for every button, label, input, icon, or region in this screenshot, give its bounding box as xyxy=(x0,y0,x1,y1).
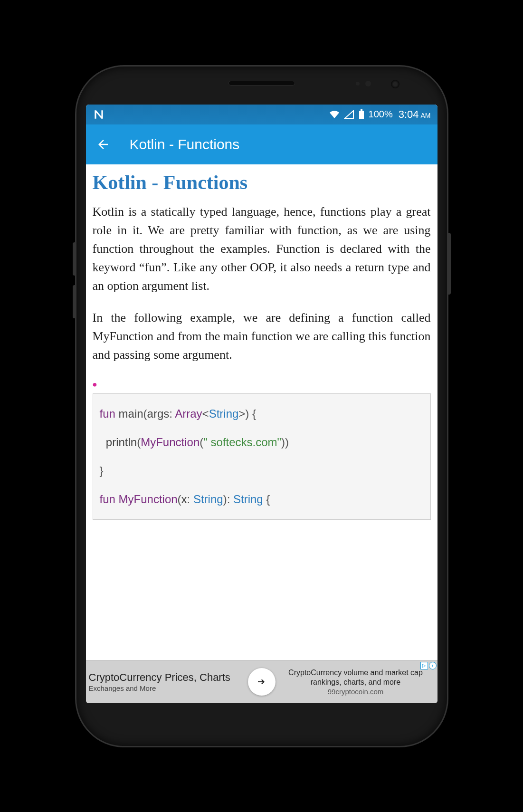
app-bar: Kotlin - Functions xyxy=(86,124,437,164)
code-block: fun main(args: Array<String>) { println(… xyxy=(93,393,431,520)
ad-arrow-button[interactable] xyxy=(248,668,276,696)
clock-ampm: AM xyxy=(421,112,431,119)
paragraph-2: In the following example, we are definin… xyxy=(93,308,431,364)
ad-left-title: CryptoCurrency Prices, Charts xyxy=(89,671,240,683)
svg-rect-1 xyxy=(361,109,362,111)
svg-rect-0 xyxy=(359,111,364,119)
code-line: println(MyFunction(" softecks.com")) xyxy=(100,431,424,454)
battery-percent: 100% xyxy=(369,109,393,120)
code-line: fun main(args: Array<String>) { xyxy=(100,402,424,425)
ad-right[interactable]: CryptoCurrency volume and market cap ran… xyxy=(281,661,437,703)
phone-frame: 100% 3:04 AM Kotlin - Functions Kotlin -… xyxy=(76,67,447,746)
app-bar-title: Kotlin - Functions xyxy=(130,136,240,153)
ad-info-icon[interactable]: i xyxy=(429,662,437,669)
ad-badges: ▷ i xyxy=(420,662,437,669)
battery-icon xyxy=(358,109,365,120)
ad-right-text: CryptoCurrency volume and market cap ran… xyxy=(284,668,428,686)
back-button[interactable] xyxy=(95,137,111,152)
ad-close-icon[interactable]: ▷ xyxy=(420,662,428,669)
code-line: } xyxy=(100,459,424,482)
android-n-icon xyxy=(93,108,105,121)
cell-signal-icon xyxy=(344,110,354,119)
ad-center[interactable] xyxy=(243,661,281,703)
clock-time: 3:04 xyxy=(399,108,419,121)
content-area[interactable]: Kotlin - Functions Kotlin is a staticall… xyxy=(86,164,437,660)
page-heading: Kotlin - Functions xyxy=(93,171,431,194)
clock: 3:04 AM xyxy=(399,108,431,121)
status-bar: 100% 3:04 AM xyxy=(86,105,437,124)
ad-left[interactable]: CryptoCurrency Prices, Charts Exchanges … xyxy=(86,661,243,703)
paragraph-1: Kotlin is a statically typed language, h… xyxy=(93,202,431,295)
ad-left-subtitle: Exchanges and More xyxy=(89,684,240,692)
code-line: fun MyFunction(x: String): String { xyxy=(100,488,424,511)
ad-right-domain: 99cryptocoin.com xyxy=(284,688,428,696)
ad-banner[interactable]: CryptoCurrency Prices, Charts Exchanges … xyxy=(86,660,437,703)
screen: 100% 3:04 AM Kotlin - Functions Kotlin -… xyxy=(86,105,437,703)
marker-icon: • xyxy=(93,377,431,392)
wifi-icon xyxy=(329,110,340,119)
